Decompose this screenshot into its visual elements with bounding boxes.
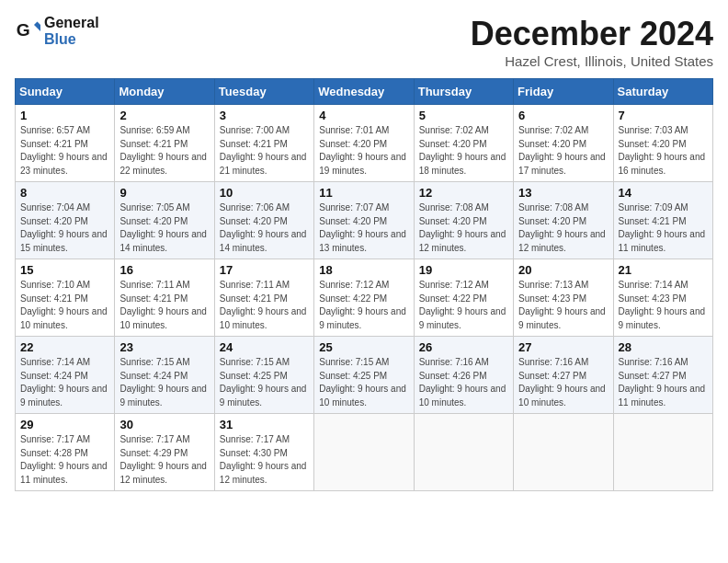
- calendar-cell: [613, 414, 712, 491]
- location-subtitle: Hazel Crest, Illinois, United States: [471, 53, 713, 69]
- logo: G General Blue: [15, 15, 99, 48]
- day-number: 5: [419, 109, 508, 122]
- day-detail: Sunrise: 7:15 AMSunset: 4:25 PMDaylight:…: [220, 357, 307, 408]
- calendar-cell: 29 Sunrise: 7:17 AMSunset: 4:28 PMDaylig…: [16, 414, 115, 491]
- calendar-cell: 14 Sunrise: 7:09 AMSunset: 4:21 PMDaylig…: [613, 182, 712, 259]
- day-number: 6: [518, 109, 608, 122]
- calendar-cell: 5 Sunrise: 7:02 AMSunset: 4:20 PMDayligh…: [414, 105, 513, 182]
- svg-text:G: G: [17, 20, 30, 40]
- day-detail: Sunrise: 7:10 AMSunset: 4:21 PMDaylight:…: [20, 280, 108, 330]
- day-detail: Sunrise: 7:16 AMSunset: 4:26 PMDaylight:…: [419, 357, 506, 408]
- svg-marker-2: [34, 25, 40, 31]
- day-number: 25: [319, 340, 408, 354]
- day-number: 17: [220, 263, 309, 277]
- calendar-cell: 27 Sunrise: 7:16 AMSunset: 4:27 PMDaylig…: [514, 337, 613, 414]
- calendar-cell: 16 Sunrise: 7:11 AMSunset: 4:21 PMDaylig…: [115, 259, 214, 337]
- day-detail: Sunrise: 7:09 AMSunset: 4:21 PMDaylight:…: [619, 202, 706, 253]
- calendar-cell: 19 Sunrise: 7:12 AMSunset: 4:22 PMDaylig…: [414, 259, 513, 337]
- calendar-cell: 2 Sunrise: 6:59 AMSunset: 4:21 PMDayligh…: [115, 105, 214, 182]
- calendar-cell: [314, 414, 414, 491]
- calendar-cell: [514, 414, 613, 491]
- day-number: 30: [119, 418, 209, 431]
- day-detail: Sunrise: 7:12 AMSunset: 4:22 PMDaylight:…: [419, 280, 506, 330]
- logo-text: General Blue: [44, 15, 99, 48]
- day-detail: Sunrise: 7:11 AMSunset: 4:21 PMDaylight:…: [119, 280, 207, 330]
- calendar-cell: 22 Sunrise: 7:14 AMSunset: 4:24 PMDaylig…: [16, 337, 115, 414]
- day-number: 20: [518, 263, 608, 277]
- day-detail: Sunrise: 7:05 AMSunset: 4:20 PMDaylight:…: [119, 202, 207, 253]
- weekday-header-tuesday: Tuesday: [214, 79, 313, 105]
- day-number: 8: [20, 186, 109, 200]
- calendar-cell: 25 Sunrise: 7:15 AMSunset: 4:25 PMDaylig…: [314, 337, 414, 414]
- day-detail: Sunrise: 7:17 AMSunset: 4:30 PMDaylight:…: [220, 434, 307, 485]
- title-area: December 2024 Hazel Crest, Illinois, Uni…: [471, 15, 713, 69]
- calendar-cell: 7 Sunrise: 7:03 AMSunset: 4:20 PMDayligh…: [613, 105, 712, 182]
- day-detail: Sunrise: 7:00 AMSunset: 4:21 PMDaylight:…: [220, 125, 307, 176]
- day-detail: Sunrise: 7:12 AMSunset: 4:22 PMDaylight:…: [319, 280, 406, 330]
- day-detail: Sunrise: 7:16 AMSunset: 4:27 PMDaylight:…: [518, 357, 606, 408]
- calendar-cell: 17 Sunrise: 7:11 AMSunset: 4:21 PMDaylig…: [214, 259, 313, 337]
- logo-icon: G: [15, 18, 40, 44]
- calendar-cell: 1 Sunrise: 6:57 AMSunset: 4:21 PMDayligh…: [16, 105, 115, 182]
- calendar-week-row: 1 Sunrise: 6:57 AMSunset: 4:21 PMDayligh…: [16, 105, 713, 182]
- calendar-cell: 6 Sunrise: 7:02 AMSunset: 4:20 PMDayligh…: [514, 105, 613, 182]
- day-number: 19: [419, 263, 508, 277]
- day-number: 3: [220, 109, 309, 122]
- calendar-cell: 28 Sunrise: 7:16 AMSunset: 4:27 PMDaylig…: [613, 337, 712, 414]
- day-number: 28: [619, 340, 708, 354]
- page-header: G General Blue December 2024 Hazel Crest…: [15, 15, 713, 69]
- day-detail: Sunrise: 7:14 AMSunset: 4:24 PMDaylight:…: [20, 357, 108, 408]
- day-detail: Sunrise: 7:03 AMSunset: 4:20 PMDaylight:…: [619, 125, 706, 176]
- calendar-cell: 8 Sunrise: 7:04 AMSunset: 4:20 PMDayligh…: [16, 182, 115, 259]
- day-detail: Sunrise: 7:06 AMSunset: 4:20 PMDaylight:…: [220, 202, 307, 253]
- day-detail: Sunrise: 6:59 AMSunset: 4:21 PMDaylight:…: [119, 125, 207, 176]
- calendar-cell: 26 Sunrise: 7:16 AMSunset: 4:26 PMDaylig…: [414, 337, 513, 414]
- day-detail: Sunrise: 7:02 AMSunset: 4:20 PMDaylight:…: [419, 125, 506, 176]
- day-number: 10: [220, 186, 309, 200]
- weekday-header-monday: Monday: [115, 79, 214, 105]
- day-number: 1: [20, 109, 109, 122]
- calendar-header-row: SundayMondayTuesdayWednesdayThursdayFrid…: [16, 79, 713, 105]
- day-detail: Sunrise: 7:08 AMSunset: 4:20 PMDaylight:…: [518, 202, 606, 253]
- calendar-cell: 13 Sunrise: 7:08 AMSunset: 4:20 PMDaylig…: [514, 182, 613, 259]
- day-number: 21: [619, 263, 708, 277]
- day-number: 29: [20, 418, 109, 431]
- day-number: 9: [119, 186, 209, 200]
- calendar-body: 1 Sunrise: 6:57 AMSunset: 4:21 PMDayligh…: [16, 105, 713, 491]
- day-number: 11: [319, 186, 408, 200]
- weekday-header-wednesday: Wednesday: [314, 79, 414, 105]
- day-number: 15: [20, 263, 109, 277]
- day-number: 4: [319, 109, 408, 122]
- calendar-cell: 11 Sunrise: 7:07 AMSunset: 4:20 PMDaylig…: [314, 182, 414, 259]
- day-detail: Sunrise: 7:13 AMSunset: 4:23 PMDaylight:…: [518, 280, 606, 330]
- day-number: 14: [619, 186, 708, 200]
- day-detail: Sunrise: 7:16 AMSunset: 4:27 PMDaylight:…: [619, 357, 706, 408]
- weekday-header-saturday: Saturday: [613, 79, 712, 105]
- calendar-cell: 3 Sunrise: 7:00 AMSunset: 4:21 PMDayligh…: [214, 105, 313, 182]
- day-number: 7: [619, 109, 708, 122]
- calendar-cell: 20 Sunrise: 7:13 AMSunset: 4:23 PMDaylig…: [514, 259, 613, 337]
- calendar-cell: 30 Sunrise: 7:17 AMSunset: 4:29 PMDaylig…: [115, 414, 214, 491]
- calendar-table: SundayMondayTuesdayWednesdayThursdayFrid…: [15, 78, 713, 491]
- calendar-cell: 10 Sunrise: 7:06 AMSunset: 4:20 PMDaylig…: [214, 182, 313, 259]
- day-number: 23: [119, 340, 209, 354]
- day-detail: Sunrise: 7:17 AMSunset: 4:28 PMDaylight:…: [20, 434, 108, 485]
- calendar-cell: 15 Sunrise: 7:10 AMSunset: 4:21 PMDaylig…: [16, 259, 115, 337]
- calendar-cell: 31 Sunrise: 7:17 AMSunset: 4:30 PMDaylig…: [214, 414, 313, 491]
- day-number: 22: [20, 340, 109, 354]
- day-detail: Sunrise: 7:01 AMSunset: 4:20 PMDaylight:…: [319, 125, 406, 176]
- calendar-cell: [414, 414, 513, 491]
- day-number: 13: [518, 186, 608, 200]
- day-detail: Sunrise: 7:15 AMSunset: 4:24 PMDaylight:…: [119, 357, 207, 408]
- calendar-cell: 4 Sunrise: 7:01 AMSunset: 4:20 PMDayligh…: [314, 105, 414, 182]
- day-detail: Sunrise: 7:17 AMSunset: 4:29 PMDaylight:…: [119, 434, 207, 485]
- day-number: 27: [518, 340, 608, 354]
- day-number: 16: [119, 263, 209, 277]
- day-detail: Sunrise: 7:11 AMSunset: 4:21 PMDaylight:…: [220, 280, 307, 330]
- calendar-cell: 9 Sunrise: 7:05 AMSunset: 4:20 PMDayligh…: [115, 182, 214, 259]
- calendar-week-row: 15 Sunrise: 7:10 AMSunset: 4:21 PMDaylig…: [16, 259, 713, 337]
- weekday-header-friday: Friday: [514, 79, 613, 105]
- day-detail: Sunrise: 7:07 AMSunset: 4:20 PMDaylight:…: [319, 202, 406, 253]
- calendar-week-row: 8 Sunrise: 7:04 AMSunset: 4:20 PMDayligh…: [16, 182, 713, 259]
- weekday-header-thursday: Thursday: [414, 79, 513, 105]
